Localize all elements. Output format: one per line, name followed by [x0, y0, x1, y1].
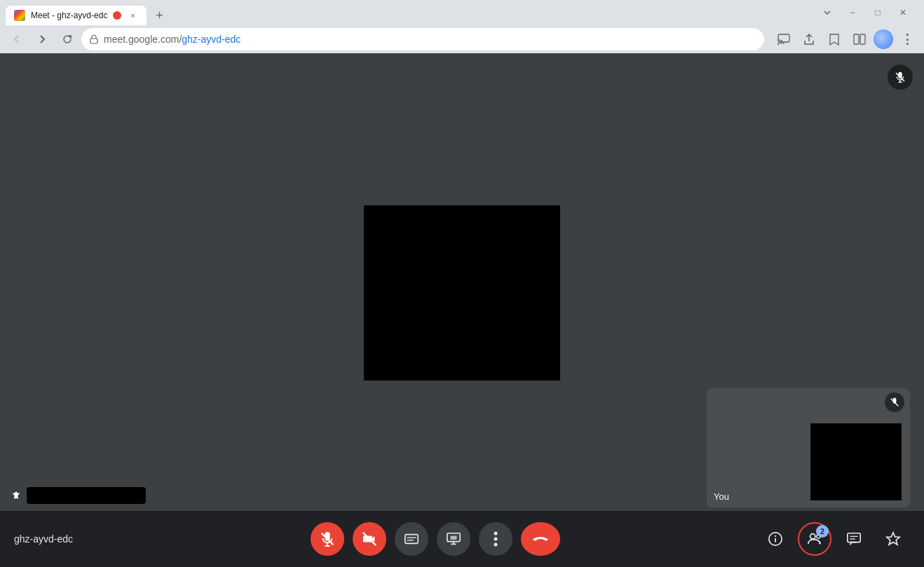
address-bar[interactable]: meet.google.com/ghz-ayvd-edc — [81, 28, 764, 50]
self-view-header — [707, 388, 910, 416]
svg-point-18 — [494, 532, 498, 535]
url-base: meet.google.com/ — [104, 34, 182, 45]
people-count-badge: 2 — [816, 525, 829, 538]
bookmark-icon[interactable] — [823, 28, 845, 50]
svg-rect-17 — [450, 535, 456, 540]
meeting-code-label: ghz-ayvd-edc — [14, 533, 112, 545]
profile-avatar[interactable] — [874, 29, 893, 49]
present-button[interactable] — [437, 522, 470, 556]
svg-rect-1 — [778, 34, 789, 42]
svg-rect-13 — [405, 535, 418, 544]
maximize-button[interactable]: □ — [868, 3, 888, 22]
self-view-tile: You — [707, 388, 910, 507]
tab-favicon — [14, 10, 25, 21]
url-path: ghz-ayvd-edc — [182, 34, 240, 45]
svg-marker-29 — [887, 533, 899, 545]
address-bar-row: meet.google.com/ghz-ayvd-edc ⋮ — [0, 25, 924, 53]
self-name-label: You — [714, 491, 729, 502]
mute-microphone-button[interactable] — [311, 522, 344, 556]
svg-rect-0 — [90, 39, 97, 43]
tab-close-button[interactable]: × — [127, 10, 138, 21]
url-text: meet.google.com/ghz-ayvd-edc — [104, 34, 756, 45]
self-view-body: You — [707, 416, 910, 507]
end-call-button[interactable] — [521, 522, 560, 556]
active-tab[interactable]: Meet - ghz-ayvd-edc × — [6, 6, 147, 25]
self-video-feed — [810, 423, 902, 500]
svg-point-24 — [810, 534, 815, 539]
tab-title: Meet - ghz-ayvd-edc — [31, 11, 107, 20]
pin-icon — [11, 491, 21, 500]
main-mute-indicator — [888, 64, 913, 90]
controls-center — [112, 522, 759, 556]
back-button[interactable] — [6, 28, 28, 50]
new-tab-button[interactable]: + — [149, 6, 169, 25]
people-button[interactable]: 2 — [798, 522, 831, 556]
reader-mode-icon[interactable] — [848, 28, 871, 50]
more-options-button[interactable] — [479, 522, 512, 556]
share-icon[interactable] — [798, 28, 820, 50]
main-video-area: You ghz-ayvd-edc — [0, 53, 924, 567]
control-bar: ghz-ayvd-edc — [0, 511, 924, 567]
participant-name-badge — [27, 487, 146, 504]
forward-button[interactable] — [31, 28, 53, 50]
svg-point-23 — [775, 535, 776, 537]
minimize-button[interactable]: − — [843, 3, 862, 22]
svg-rect-26 — [848, 533, 860, 542]
participant-name-bar — [11, 487, 146, 504]
captions-button[interactable] — [395, 522, 428, 556]
svg-point-2 — [777, 43, 779, 45]
refresh-button[interactable] — [56, 28, 79, 50]
title-bar: Meet - ghz-ayvd-edc × + − □ ✕ — [0, 0, 924, 25]
close-button[interactable]: ✕ — [893, 3, 913, 22]
chat-button[interactable] — [837, 522, 871, 556]
svg-rect-4 — [860, 34, 865, 44]
toolbar-icons: ⋮ — [767, 28, 918, 50]
tab-bar: Meet - ghz-ayvd-edc × + — [6, 0, 817, 25]
svg-point-19 — [494, 538, 498, 541]
browser-window: Meet - ghz-ayvd-edc × + − □ ✕ — [0, 0, 924, 567]
cast-icon[interactable] — [773, 28, 795, 50]
meet-container: You ghz-ayvd-edc — [0, 53, 924, 567]
avatar-image — [874, 29, 893, 49]
window-dropdown-icon[interactable] — [817, 3, 837, 22]
self-mute-button[interactable] — [885, 392, 904, 412]
toggle-camera-button[interactable] — [353, 522, 386, 556]
window-controls: − □ ✕ — [817, 3, 918, 22]
tab-recording-dot — [113, 11, 121, 20]
meeting-info-button[interactable] — [759, 522, 792, 556]
activities-button[interactable] — [876, 522, 910, 556]
controls-right: 2 — [759, 522, 910, 556]
svg-point-20 — [494, 543, 498, 547]
chrome-menu-button[interactable]: ⋮ — [896, 28, 918, 50]
main-video-feed — [364, 205, 560, 381]
lock-icon — [90, 34, 98, 44]
svg-rect-3 — [854, 34, 859, 44]
